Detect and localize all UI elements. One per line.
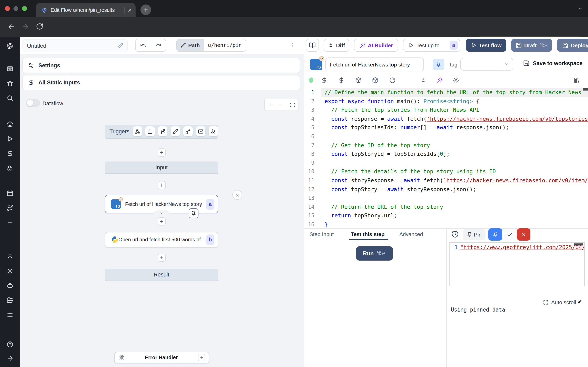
flow-name-field[interactable]: Untitled <box>22 39 128 52</box>
expand-output-icon[interactable] <box>543 300 548 305</box>
window-close-button[interactable] <box>5 6 10 11</box>
websocket-icon[interactable] <box>171 126 180 136</box>
sidebar-item-folders[interactable] <box>6 297 13 304</box>
search-icon[interactable] <box>6 95 13 101</box>
window-zoom-button[interactable] <box>22 6 27 11</box>
path-button[interactable]: Path <box>177 39 204 51</box>
sidebar-item-routes[interactable] <box>6 204 13 211</box>
result-node[interactable]: Result <box>105 269 218 281</box>
all-static-inputs-row[interactable]: All Static Inputs <box>22 75 300 90</box>
reload-script-icon[interactable] <box>389 77 396 83</box>
pinned-active-button[interactable] <box>488 228 502 241</box>
schedule-icon[interactable] <box>145 126 155 136</box>
expand-sidebar-icon[interactable] <box>6 355 13 362</box>
step-a-pin-badge[interactable] <box>189 208 199 218</box>
deploy-button[interactable]: Deploy <box>557 39 588 52</box>
auto-scroll-label[interactable]: Auto scroll <box>551 299 576 305</box>
docs-button[interactable] <box>306 39 319 52</box>
help-icon[interactable] <box>6 341 13 348</box>
sidebar-item-runs[interactable] <box>6 135 13 142</box>
http-route-icon[interactable] <box>158 126 167 136</box>
sidebar-item-resources[interactable] <box>6 165 13 172</box>
package-icon[interactable] <box>355 77 362 83</box>
test-up-to-step-badge[interactable]: a <box>450 41 458 50</box>
ai-builder-button[interactable]: AI Builder <box>354 39 398 52</box>
dataflow-toggle[interactable] <box>26 99 40 107</box>
webhook-icon[interactable] <box>133 126 142 136</box>
pin-toggle-button[interactable] <box>433 59 444 70</box>
back-icon[interactable] <box>7 23 15 31</box>
tab-advanced[interactable]: Advanced <box>399 231 423 237</box>
triggers-node[interactable]: Triggers <box>105 125 218 139</box>
save-to-workspace-button[interactable]: Save to workspace <box>523 60 582 67</box>
error-handler-node[interactable]: Error Handler <box>114 352 209 363</box>
collapse-step-a-chevron[interactable] <box>154 210 169 216</box>
code-lines[interactable]: // Define the main function to fetch the… <box>321 88 588 228</box>
sidebar-item-audit-logs[interactable] <box>6 312 13 318</box>
package-icon-2[interactable] <box>372 77 379 83</box>
tab-close-icon[interactable] <box>127 8 132 12</box>
add-step-button[interactable] <box>158 217 166 225</box>
undo-button[interactable] <box>136 39 150 51</box>
code-editor[interactable]: 12345678910111213141516 // Define the ma… <box>304 87 588 228</box>
draft-button[interactable]: Draft ⌘S <box>511 39 552 52</box>
poll-icon[interactable] <box>209 126 218 136</box>
tab-test-this-step[interactable]: Test this step <box>351 231 385 237</box>
flow-settings-row[interactable]: Settings <box>22 58 300 73</box>
path-chip[interactable]: Path u/henri/pin <box>176 39 246 52</box>
test-up-to-button[interactable]: Test up to a <box>403 39 460 52</box>
sidebar-item-users[interactable] <box>6 253 13 260</box>
resources-icon[interactable] <box>338 77 345 83</box>
tab-search-chevron-icon[interactable] <box>577 6 583 11</box>
zoom-out-button[interactable] <box>276 102 287 108</box>
window-minimize-button[interactable] <box>13 6 18 11</box>
sidebar-item-apps[interactable] <box>6 65 13 72</box>
diff-button[interactable]: Diff <box>324 39 349 52</box>
sidebar-item-favorites[interactable] <box>6 80 13 87</box>
browser-tab[interactable]: Edit Flow u/henri/pin_results <box>36 3 136 17</box>
sidebar-item-schedules[interactable] <box>6 190 13 197</box>
fit-view-button[interactable] <box>287 102 298 108</box>
pinned-value-editor[interactable]: 1 "https://www.geoffreylitt.com/2025/04/… <box>449 242 585 286</box>
sidebar-item-home[interactable] <box>6 121 13 128</box>
accept-button[interactable] <box>504 229 515 240</box>
tag-select[interactable] <box>460 58 513 71</box>
ai-wand-icon[interactable] <box>436 77 443 83</box>
remove-step-a-button[interactable] <box>232 190 242 200</box>
redo-button[interactable] <box>151 39 166 51</box>
variables-icon[interactable] <box>321 77 328 83</box>
sidebar-item-variables[interactable] <box>6 150 13 157</box>
sidebar-item-settings[interactable] <box>6 267 13 275</box>
tab-step-input[interactable]: Step Input <box>310 231 334 237</box>
kafka-icon[interactable] <box>183 126 193 136</box>
library-icon[interactable] <box>573 77 580 83</box>
edit-name-pencil-icon[interactable] <box>118 43 123 49</box>
step-title-input[interactable]: Fetch url of HackerNews top story <box>325 58 424 71</box>
topbar-more-menu-icon[interactable] <box>290 41 295 49</box>
input-node[interactable]: Input <box>105 161 218 174</box>
path-value[interactable]: u/henri/pin <box>204 39 246 51</box>
run-button[interactable]: Run ⌘↵ <box>356 246 393 261</box>
diff-icon[interactable] <box>420 77 426 83</box>
add-step-button[interactable] <box>158 181 166 189</box>
mini-editor-scrollbar[interactable] <box>574 243 583 245</box>
add-step-button[interactable] <box>158 254 166 262</box>
test-flow-button[interactable]: Test flow <box>466 39 506 52</box>
new-tab-button[interactable] <box>140 4 151 15</box>
forward-icon[interactable] <box>22 23 29 31</box>
add-step-button[interactable] <box>158 149 166 157</box>
sidebar-item-add[interactable] <box>6 219 13 226</box>
pin-button[interactable]: Pin <box>463 229 485 240</box>
editor-settings-icon[interactable] <box>453 77 459 83</box>
email-icon[interactable] <box>196 126 205 136</box>
reload-icon[interactable] <box>36 23 43 30</box>
history-icon[interactable] <box>451 230 459 238</box>
auto-scroll-check[interactable]: ✔ <box>577 299 582 305</box>
windmill-logo[interactable] <box>6 42 14 50</box>
close-result-button[interactable] <box>517 228 530 241</box>
add-error-handler-button[interactable] <box>198 354 205 361</box>
zoom-in-button[interactable] <box>265 102 276 108</box>
editor-scrollbar-thumb[interactable] <box>583 88 588 91</box>
sidebar-item-workers[interactable] <box>6 282 13 289</box>
step-node-b[interactable]: Open url and fetch first 500 words of ..… <box>105 232 218 248</box>
